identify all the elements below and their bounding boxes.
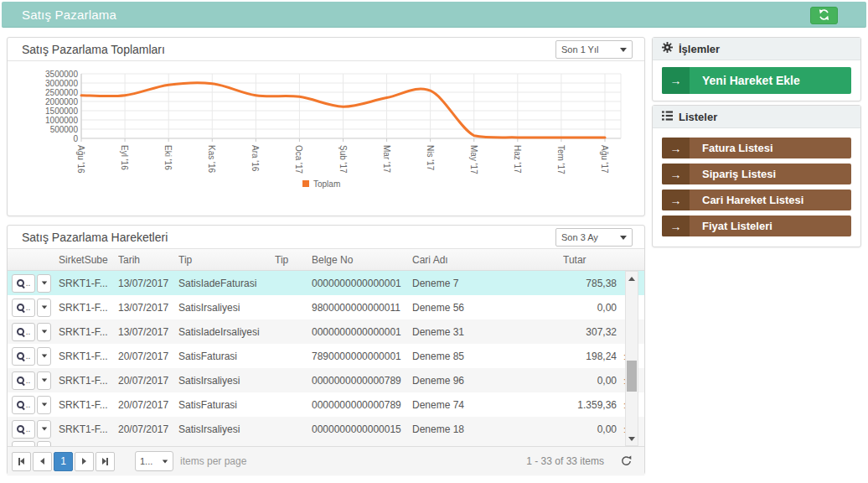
- table-row[interactable]: ..SRKT1-F...20/07/2017SatisFaturasi00000…: [8, 392, 644, 417]
- row-actions-cell: ..: [8, 323, 59, 341]
- magnifier-icon: [17, 425, 25, 434]
- row-actions-cell: ..: [8, 420, 59, 439]
- x-axis-label: Ara '16: [251, 145, 260, 172]
- pager-next-button[interactable]: [75, 452, 94, 471]
- column-header-tip[interactable]: Tip: [178, 254, 275, 266]
- vertical-scrollbar[interactable]: [625, 271, 638, 446]
- actions-panel-title: İşlemler: [679, 43, 720, 55]
- actions-panel-header: İşlemler: [653, 38, 860, 60]
- cell-tutar: 0,00: [563, 302, 618, 314]
- page-size-select[interactable]: 1...: [135, 451, 173, 471]
- svg-text:3000000: 3000000: [45, 79, 78, 88]
- row-view-button[interactable]: ..: [12, 371, 35, 390]
- pager-refresh-button[interactable]: [619, 454, 633, 468]
- table-row[interactable]: ..SRKT1-F...20/07/2017SatisIrsaliyesi000…: [8, 417, 644, 441]
- lists-panel: Listeler →Fatura Listesi→Sipariş Listesi…: [652, 105, 861, 247]
- pager-prev-button[interactable]: [33, 452, 52, 471]
- pager-page-1-button[interactable]: 1: [54, 452, 73, 471]
- pager-seek-end-button[interactable]: [96, 452, 115, 471]
- sipari-listesi-button[interactable]: →Sipariş Listesi: [662, 164, 851, 184]
- cell-cari-adi: Deneme 7: [412, 278, 563, 289]
- refresh-icon: [818, 8, 830, 23]
- cell-cari-adi: Deneme 31: [412, 326, 563, 338]
- fiyat-listeleri-button[interactable]: →Fiyat Listeleri: [662, 216, 851, 236]
- page-size-value: 1...: [140, 456, 152, 466]
- column-header-sirketsube[interactable]: SirketSube: [59, 254, 118, 266]
- x-axis-label: Eki '16: [163, 145, 173, 170]
- table-row[interactable]: ..SRKT1-F...20/07/2017SatisIrsaliyesi000…: [8, 368, 644, 392]
- row-view-button[interactable]: ..: [12, 396, 35, 414]
- cell-tutar: 785,38: [563, 278, 618, 289]
- cell-sirketsube: SRKT1-F...: [59, 351, 118, 362]
- cell-cari-adi: Deneme 96: [412, 375, 563, 387]
- refresh-icon: [620, 457, 633, 470]
- scroll-up-icon[interactable]: [626, 273, 638, 284]
- scroll-down-icon[interactable]: [626, 433, 638, 444]
- new-movement-button[interactable]: →Yeni Hareket Ekle: [662, 67, 851, 94]
- grid-range-select[interactable]: Son 3 Ay: [555, 228, 633, 247]
- column-header-tutar[interactable]: Tutar: [563, 254, 618, 266]
- satis-pazarlama-page: Satış Pazarlama Satış Pazarlama Toplamla…: [0, 0, 868, 483]
- movements-panel: Satış Pazarlama Hareketleri Son 3 Ay Sir…: [7, 225, 645, 475]
- fatura-listesi-button[interactable]: →Fatura Listesi: [662, 138, 851, 158]
- table-row[interactable]: ..SRKT1-F...13/07/2017SatisIadeIrsaliyes…: [8, 319, 644, 344]
- row-menu-button[interactable]: [37, 347, 51, 366]
- chart-legend[interactable]: Toplam: [302, 179, 340, 189]
- table-row[interactable]: ..SRKT1-F...13/07/2017SatisIrsaliyesi980…: [8, 295, 644, 319]
- svg-text:0: 0: [73, 134, 78, 143]
- column-header-tarih[interactable]: Tarih: [118, 254, 178, 266]
- items-per-page-label: items per page: [180, 455, 246, 467]
- refresh-button[interactable]: [810, 7, 838, 24]
- cell-tip: SatisIrsaliyesi: [178, 302, 275, 314]
- column-header-cari-adı[interactable]: Cari Adı: [412, 254, 563, 266]
- column-header-belge-no[interactable]: Belge No: [312, 254, 412, 266]
- totals-panel-title: Satış Pazarlama Toplamları: [8, 43, 165, 56]
- svg-text:2000000: 2000000: [45, 97, 78, 106]
- x-axis-label: Haz '17: [513, 145, 522, 174]
- cell-tip: SatisIrsaliyesi: [178, 423, 275, 435]
- caret-down-icon: [41, 379, 46, 382]
- row-menu-button[interactable]: [37, 299, 51, 317]
- chart-range-select[interactable]: Son 1 Yıl: [555, 40, 633, 59]
- lists-panel-title: Listeler: [679, 111, 717, 123]
- totals-panel: Satış Pazarlama Toplamları Son 1 Yıl 050…: [7, 37, 645, 216]
- titlebar: Satış Pazarlama: [2, 2, 866, 28]
- totals-line-chart: 0500000100000015000002000000250000030000…: [11, 63, 641, 214]
- caret-down-icon: [41, 306, 46, 309]
- svg-text:1500000: 1500000: [45, 106, 78, 116]
- arrow-right-icon: →: [662, 67, 690, 94]
- row-view-button[interactable]: ..: [12, 323, 35, 341]
- prev-icon: [40, 458, 44, 465]
- row-view-button[interactable]: ..: [12, 347, 35, 366]
- caret-down-icon: [41, 355, 46, 358]
- chart-range-value: Son 1 Yıl: [561, 44, 598, 55]
- row-view-button[interactable]: ..: [12, 274, 35, 293]
- cell-sirketsube: SRKT1-F...: [59, 375, 118, 387]
- row-menu-button[interactable]: [37, 274, 51, 293]
- row-menu-button[interactable]: [37, 396, 51, 414]
- column-header-tip-2[interactable]: Tip: [275, 254, 312, 266]
- row-actions-cell: ..: [8, 299, 59, 317]
- x-axis-label: Nis '17: [426, 145, 435, 171]
- cell-tutar: 307,32: [563, 326, 618, 338]
- view-ellipsis-label: ..: [26, 278, 31, 288]
- cari-hareket-listesi-button[interactable]: →Cari Hareket Listesi: [662, 190, 851, 210]
- view-ellipsis-label: ..: [26, 400, 31, 409]
- row-menu-button[interactable]: [37, 420, 51, 439]
- row-menu-button[interactable]: [37, 323, 51, 341]
- row-view-button[interactable]: ..: [12, 299, 35, 317]
- chevron-down-icon: [163, 460, 168, 463]
- arrow-right-icon: →: [662, 216, 690, 236]
- scrollbar-thumb[interactable]: [627, 361, 637, 392]
- arrow-right-icon: →: [662, 190, 690, 210]
- cell-belge-no: 0000000000000789: [312, 375, 412, 387]
- svg-text:1000000: 1000000: [45, 116, 78, 125]
- arrow-right-icon: →: [662, 164, 690, 184]
- row-menu-button[interactable]: [37, 371, 51, 390]
- table-row[interactable]: ..SRKT1-F...20/07/2017SatisFaturasi78900…: [8, 344, 644, 368]
- row-view-button[interactable]: ..: [12, 420, 35, 439]
- table-row[interactable]: ..SRKT1-F...13/07/2017SatisIadeFaturasi0…: [8, 271, 644, 295]
- magnifier-icon: [17, 304, 25, 312]
- chevron-down-icon: [620, 236, 627, 240]
- pager-seek-first-button[interactable]: [12, 452, 31, 471]
